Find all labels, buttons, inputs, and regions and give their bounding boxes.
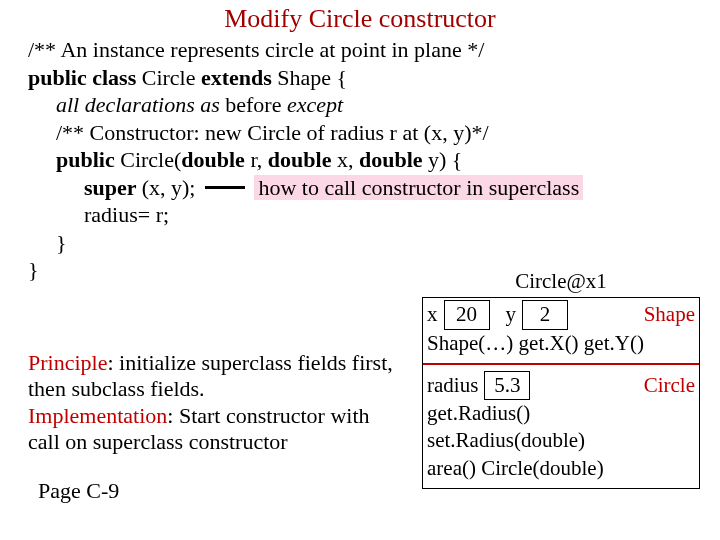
circle-method: area() Circle(double) [427, 455, 695, 482]
slide-title: Modify Circle constructor [0, 4, 720, 34]
value-box: 2 [522, 300, 568, 329]
divider [423, 363, 699, 365]
value-box: 5.3 [484, 371, 530, 400]
code-line: } [56, 229, 720, 257]
code-line: public Circle(double r, double x, double… [56, 146, 720, 174]
annotation: how to call constructor in superclass [254, 175, 583, 200]
code-line: super (x, y); how to call constructor in… [84, 174, 720, 202]
explanatory-note: Principle: initialize superclass fields … [28, 350, 398, 456]
circle-method: set.Radius(double) [427, 427, 695, 454]
object-id: Circle@x1 [422, 268, 700, 295]
arrow-icon [205, 186, 245, 189]
shape-fields-row: x 20 y 2 Shape [427, 300, 695, 329]
object-diagram: Circle@x1 x 20 y 2 Shape Shape(…) get.X(… [422, 268, 700, 489]
code-block: /** An instance represents circle at poi… [28, 36, 720, 284]
page-reference: Page C-9 [38, 478, 119, 504]
class-tag-shape: Shape [644, 301, 695, 328]
code-line: all declarations as before except [56, 91, 720, 119]
principle-label: Principle [28, 350, 107, 375]
code-line: radius= r; [84, 201, 720, 229]
value-box: 20 [444, 300, 490, 329]
code-line: /** Constructor: new Circle of radius r … [56, 119, 720, 147]
code-line: public class Circle extends Shape { [28, 64, 720, 92]
class-tag-circle: Circle [644, 372, 695, 399]
shape-methods: Shape(…) get.X() get.Y() [427, 330, 695, 357]
implementation-label: Implementation [28, 403, 167, 428]
circle-fields-row: radius 5.3 Circle [427, 371, 695, 400]
circle-method: get.Radius() [427, 400, 695, 427]
code-line: /** An instance represents circle at poi… [28, 36, 720, 64]
